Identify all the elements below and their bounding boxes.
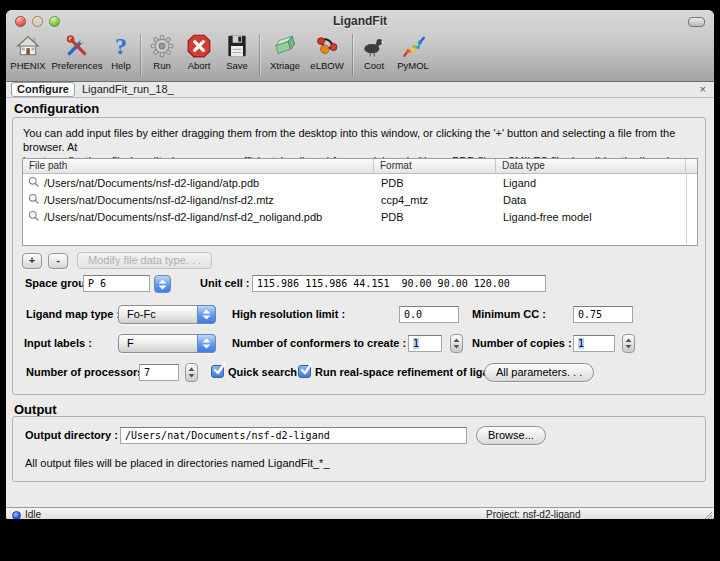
toolbar-button-help[interactable]: ? Help (106, 32, 136, 78)
remove-file-button[interactable]: - (48, 253, 68, 269)
pymol-sticks-icon (400, 32, 426, 60)
table-header-row: File path Format Data type (23, 159, 697, 174)
toolbar: PHENIX Preferences (6, 31, 714, 81)
tab-strip: Configure LigandFit_run_18_ × (6, 82, 714, 98)
real-space-refine-checkbox-group[interactable]: Run real-space refinement of ligand (298, 365, 502, 378)
window-chrome: LigandFit PHENIX (6, 10, 714, 82)
tab-configure[interactable]: Configure (11, 82, 75, 97)
copies-spinner[interactable] (622, 334, 635, 353)
output-heading: Output (14, 402, 57, 417)
toolbar-label-phenix: PHENIX (10, 60, 45, 71)
column-header-file-path[interactable]: File path (23, 159, 374, 174)
status-bar: Idle Project: nsf-d2-ligand (6, 507, 714, 519)
output-directory-label: Output directory : (25, 429, 118, 441)
space-group-stepper[interactable] (154, 275, 171, 293)
toolbar-separator (259, 34, 260, 76)
column-header-blank (686, 159, 697, 174)
ligand-map-type-row: Ligand map type : Fo-Fc High resolution … (13, 305, 705, 325)
conformers-spinner[interactable] (450, 334, 463, 353)
toolbar-button-preferences[interactable]: Preferences (48, 32, 106, 78)
abort-stop-icon (186, 32, 212, 60)
real-space-refine-checkbox[interactable] (298, 365, 311, 378)
processors-spinner[interactable] (185, 363, 198, 382)
modify-file-data-type-button[interactable]: Modify file data type. . . (77, 252, 212, 269)
output-panel: Output directory : /Users/nat/Documents/… (12, 416, 706, 482)
window-title: LigandFit (6, 14, 714, 28)
quick-search-checkbox[interactable] (211, 365, 224, 378)
toolbar-label-preferences: Preferences (51, 60, 102, 71)
unit-cell-field[interactable]: 115.986 115.986 44.151 90.00 90.00 120.0… (252, 275, 546, 292)
input-files-table[interactable]: File path Format Data type /Users/nat/Do… (22, 158, 698, 246)
add-file-button[interactable]: + (22, 253, 42, 269)
input-labels-row: Input labels : F Number of conformers to… (13, 334, 705, 354)
output-directory-row: Output directory : /Users/nat/Documents/… (13, 426, 705, 446)
toolbar-button-phenix[interactable]: PHENIX (8, 32, 48, 78)
magnifier-icon (28, 210, 40, 224)
toolbar-label-elbow: eLBOW (310, 60, 343, 71)
toolbar-button-pymol[interactable]: PyMOL (391, 32, 435, 78)
toolbar-button-xtriage[interactable]: Xtriage (264, 32, 306, 78)
toolbar-label-save: Save (226, 60, 248, 71)
file-buttons-row: + - Modify file data type. . . (22, 252, 212, 269)
unit-cell-label: Unit cell : (200, 277, 250, 289)
quick-search-checkbox-group[interactable]: Quick search (211, 365, 297, 378)
table-row[interactable]: /Users/nat/Documents/nsf-d2-ligand/nsf-d… (23, 208, 697, 225)
high-resolution-limit-field[interactable]: 0.0 (399, 306, 459, 323)
toolbar-toggle-button[interactable] (688, 17, 705, 27)
table-row[interactable]: /Users/nat/Documents/nsf-d2-ligand/nsf-d… (23, 191, 697, 208)
toolbar-button-abort[interactable]: Abort (179, 32, 219, 78)
browse-button[interactable]: Browse... (476, 426, 546, 445)
conformers-field[interactable]: 1 (408, 335, 442, 352)
file-path-cell: /Users/nat/Documents/nsf-d2-ligand/nsf-d… (44, 211, 322, 223)
xtriage-crystal-icon (272, 32, 298, 60)
desktop-background: LigandFit PHENIX (0, 0, 720, 561)
toolbar-button-run[interactable]: Run (145, 32, 179, 78)
magnifier-icon (28, 193, 40, 207)
ligand-map-type-label: Ligand map type : (26, 308, 120, 320)
toolbar-label-coot: Coot (364, 60, 384, 71)
coot-bird-icon (361, 32, 387, 60)
toolbar-label-abort: Abort (188, 60, 211, 71)
real-space-refine-label: Run real-space refinement of ligand (315, 366, 502, 378)
magnifier-icon (28, 176, 40, 190)
ligand-map-type-dropdown[interactable]: Fo-Fc (118, 305, 216, 324)
format-cell: PDB (374, 211, 496, 223)
data-type-cell: Ligand (496, 177, 686, 189)
toolbar-button-elbow[interactable]: eLBOW (306, 32, 348, 78)
toolbar-button-coot[interactable]: Coot (357, 32, 391, 78)
file-path-cell: /Users/nat/Documents/nsf-d2-ligand/nsf-d… (44, 194, 274, 206)
preferences-tools-icon (64, 32, 90, 60)
tab-ligandfit-run-18[interactable]: LigandFit_run_18_ (75, 83, 181, 96)
high-resolution-limit-label: High resolution limit : (232, 308, 345, 320)
minimum-cc-label: Minimum CC : (472, 308, 546, 320)
main-content: Configuration You can add input files by… (6, 98, 714, 507)
data-type-cell: Data (496, 194, 686, 206)
elbow-molecule-icon (314, 32, 340, 60)
input-labels-dropdown[interactable]: F (118, 334, 216, 353)
resize-grip[interactable] (701, 509, 713, 519)
tab-close-icon[interactable]: × (700, 82, 706, 96)
column-header-format[interactable]: Format (374, 159, 496, 174)
space-group-field[interactable]: P 6 (83, 275, 150, 292)
table-right-gutter (686, 174, 687, 245)
toolbar-button-save[interactable]: Save (219, 32, 255, 78)
data-type-cell: Ligand-free model (496, 211, 686, 223)
status-indicator-icon (12, 511, 21, 519)
all-parameters-button[interactable]: All parameters. . . (484, 363, 594, 382)
toolbar-separator (352, 34, 353, 76)
svg-text:?: ? (115, 33, 127, 59)
copies-field[interactable]: 1 (573, 335, 615, 352)
processors-field[interactable]: 7 (139, 364, 179, 381)
toolbar-label-xtriage: Xtriage (270, 60, 300, 71)
titlebar[interactable]: LigandFit (6, 10, 714, 31)
copies-label: Number of copies : (472, 337, 572, 349)
space-group-row: Space group : P 6 Unit cell : 115.986 11… (13, 274, 705, 294)
processors-label: Number of processors : (26, 366, 150, 378)
toolbar-separator (140, 34, 141, 76)
table-row[interactable]: /Users/nat/Documents/nsf-d2-ligand/atp.p… (23, 174, 697, 191)
help-question-icon: ? (108, 32, 134, 60)
format-cell: PDB (374, 177, 496, 189)
column-header-data-type[interactable]: Data type (496, 159, 686, 174)
minimum-cc-field[interactable]: 0.75 (573, 306, 633, 323)
output-directory-field[interactable]: /Users/nat/Documents/nsf-d2-ligand (120, 427, 467, 444)
